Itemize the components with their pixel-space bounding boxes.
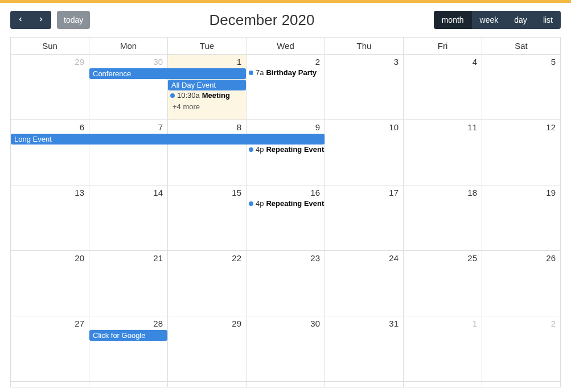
event-bar[interactable]: Long Event: [11, 134, 324, 145]
calendar-day-cell[interactable]: 28Click for Google: [89, 316, 168, 382]
calendar-day-cell[interactable]: 22: [168, 251, 247, 316]
calendar-title: December 2020: [209, 11, 314, 29]
day-number[interactable]: 25: [404, 251, 482, 264]
calendar-day-cell[interactable]: 31: [325, 316, 404, 382]
day-number[interactable]: 19: [482, 185, 560, 199]
event-item[interactable]: 4pRepeating Event: [247, 145, 324, 154]
day-number[interactable]: 9: [247, 120, 324, 133]
calendar-day-cell[interactable]: 1All Day Event10:30aMeeting+4 more: [168, 55, 247, 120]
calendar-toolbar: today December 2020 month week day list: [10, 11, 561, 29]
calendar-day-cell[interactable]: 18: [404, 185, 482, 251]
event-bar[interactable]: Click for Google: [89, 330, 167, 341]
calendar-day-cell[interactable]: 12: [482, 120, 561, 185]
day-number[interactable]: 6: [11, 120, 89, 133]
calendar-day-cell[interactable]: 30: [247, 316, 325, 382]
today-button[interactable]: today: [57, 11, 90, 29]
day-number[interactable]: 2: [482, 316, 560, 329]
calendar-day-cell[interactable]: [168, 382, 247, 387]
calendar-week-row: 2728Click for Google29303112: [11, 316, 561, 382]
calendar-day-cell[interactable]: 1: [404, 316, 482, 382]
calendar-day-cell[interactable]: [482, 382, 561, 387]
calendar-day-cell[interactable]: 4: [404, 55, 482, 120]
calendar-day-cell[interactable]: [325, 382, 404, 387]
more-events-link[interactable]: +4 more: [169, 102, 203, 112]
calendar-day-cell[interactable]: 29: [168, 316, 247, 382]
calendar-day-cell[interactable]: 17: [325, 185, 404, 251]
day-number[interactable]: 31: [325, 316, 403, 329]
calendar-day-cell[interactable]: 27: [11, 316, 89, 382]
day-number[interactable]: 28: [89, 316, 167, 329]
day-number[interactable]: 3: [325, 55, 403, 68]
event-item[interactable]: 4pRepeating Event: [247, 199, 324, 208]
day-number[interactable]: 2: [247, 55, 324, 68]
next-button[interactable]: [31, 11, 51, 29]
day-number[interactable]: 17: [325, 185, 403, 199]
day-header: Sat: [482, 38, 561, 55]
event-time: 4p: [256, 199, 264, 208]
calendar-day-cell[interactable]: 164pRepeating Event: [247, 185, 325, 251]
view-list-button[interactable]: list: [535, 11, 561, 29]
calendar-day-cell[interactable]: 2: [482, 316, 561, 382]
day-number[interactable]: 13: [11, 185, 89, 199]
calendar-day-cell[interactable]: 27aBirthday Party: [247, 55, 325, 120]
day-number[interactable]: 11: [404, 120, 482, 133]
event-item[interactable]: 10:30aMeeting: [168, 90, 246, 100]
calendar-day-cell[interactable]: [247, 382, 325, 387]
day-number[interactable]: 30: [89, 55, 167, 68]
calendar-day-cell[interactable]: 13: [11, 185, 89, 251]
day-number[interactable]: 16: [247, 185, 324, 199]
calendar-day-cell[interactable]: 7: [89, 120, 168, 185]
day-number[interactable]: 29: [168, 316, 246, 329]
calendar-day-cell[interactable]: [404, 382, 482, 387]
event-bar[interactable]: All Day Event: [168, 80, 246, 90]
calendar-day-cell[interactable]: 29: [11, 55, 89, 120]
day-number[interactable]: 14: [89, 185, 167, 199]
day-number[interactable]: 27: [11, 316, 89, 329]
event-item[interactable]: 7aBirthday Party: [247, 68, 324, 77]
day-number[interactable]: 10: [325, 120, 403, 133]
day-header: Mon: [89, 38, 168, 55]
day-number[interactable]: 8: [168, 120, 246, 133]
event-bar[interactable]: Conference: [89, 68, 246, 79]
calendar-day-cell[interactable]: [11, 382, 89, 387]
calendar-day-cell[interactable]: 3: [325, 55, 404, 120]
calendar-day-cell[interactable]: 5: [482, 55, 561, 120]
view-month-button[interactable]: month: [434, 11, 472, 29]
calendar-day-cell[interactable]: [89, 382, 168, 387]
calendar-day-cell[interactable]: 19: [482, 185, 561, 251]
day-number[interactable]: 12: [482, 120, 560, 133]
view-week-button[interactable]: week: [472, 11, 507, 29]
day-number[interactable]: 7: [89, 120, 167, 133]
calendar-day-cell[interactable]: 30Conference: [89, 55, 168, 120]
day-number[interactable]: 4: [404, 55, 482, 68]
view-day-button[interactable]: day: [506, 11, 535, 29]
day-number[interactable]: 30: [247, 316, 324, 329]
day-number[interactable]: 26: [482, 251, 560, 264]
event-dot-icon: [249, 201, 253, 206]
day-number[interactable]: 21: [89, 251, 167, 264]
calendar-day-cell[interactable]: 24: [325, 251, 404, 316]
calendar-day-cell[interactable]: 25: [404, 251, 482, 316]
day-number[interactable]: 5: [482, 55, 560, 68]
prev-button[interactable]: [10, 11, 31, 29]
day-number[interactable]: 29: [11, 55, 89, 68]
calendar-day-cell[interactable]: 23: [247, 251, 325, 316]
calendar-day-cell[interactable]: 21: [89, 251, 168, 316]
calendar-day-cell[interactable]: 26: [482, 251, 561, 316]
calendar-day-cell[interactable]: 94pRepeating Event: [247, 120, 325, 185]
day-number[interactable]: 15: [168, 185, 246, 199]
calendar-day-cell[interactable]: 14: [89, 185, 168, 251]
calendar-day-cell[interactable]: 15: [168, 185, 247, 251]
calendar-day-cell[interactable]: 8: [168, 120, 247, 185]
day-number[interactable]: 24: [325, 251, 403, 264]
day-number[interactable]: 23: [247, 251, 324, 264]
day-number[interactable]: 1: [168, 55, 246, 68]
calendar-day-cell[interactable]: 11: [404, 120, 482, 185]
day-number[interactable]: 1: [404, 316, 482, 329]
day-number[interactable]: 22: [168, 251, 246, 264]
calendar-day-cell[interactable]: 6Long Event: [11, 120, 89, 185]
calendar-day-cell[interactable]: 20: [11, 251, 89, 316]
calendar-day-cell[interactable]: 10: [325, 120, 404, 185]
day-number[interactable]: 20: [11, 251, 89, 264]
day-number[interactable]: 18: [404, 185, 482, 199]
